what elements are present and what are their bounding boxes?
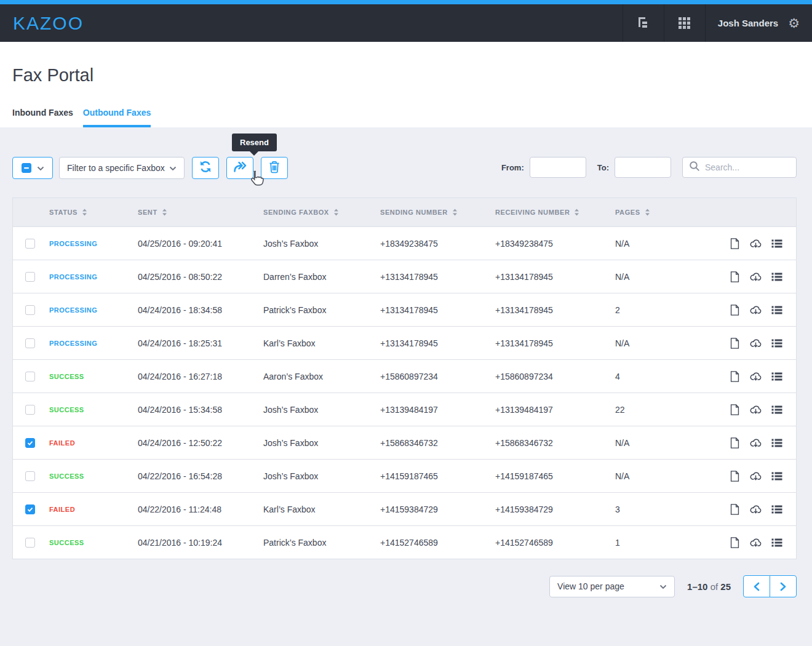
download-icon[interactable] xyxy=(749,337,762,349)
view-fax-icon[interactable] xyxy=(730,271,740,283)
row-checkbox[interactable] xyxy=(25,272,35,282)
view-fax-icon[interactable] xyxy=(730,536,740,549)
receiving-number: +14152746589 xyxy=(495,538,615,548)
details-list-icon[interactable] xyxy=(771,438,782,448)
faxbox-filter-dropdown[interactable]: Filter to a specific Faxbox xyxy=(59,157,185,179)
tab-inbound-faxes[interactable]: Inbound Faxes xyxy=(12,108,73,127)
pages-count: 4 xyxy=(615,372,728,381)
sent-timestamp: 04/24/2016 - 15:34:58 xyxy=(138,405,263,415)
download-icon[interactable] xyxy=(749,271,762,282)
column-header-sending-faxbox[interactable]: SENDING FAXBOX xyxy=(263,209,380,216)
page-title: Fax Portal xyxy=(12,65,800,86)
per-page-dropdown[interactable]: View 10 per page xyxy=(549,576,675,597)
view-fax-icon[interactable] xyxy=(730,470,740,482)
sending-number: +14152746589 xyxy=(380,538,495,548)
tab-outbound-faxes[interactable]: Outbound Faxes xyxy=(83,108,151,127)
select-all-dropdown[interactable] xyxy=(12,157,53,179)
hierarchy-icon xyxy=(637,16,650,31)
download-icon[interactable] xyxy=(749,536,762,548)
sending-faxbox: Karl’s Faxbox xyxy=(263,338,380,348)
pages-count: 2 xyxy=(615,305,728,315)
row-checkbox[interactable] xyxy=(25,438,35,448)
details-list-icon[interactable] xyxy=(771,405,782,415)
table-row: PROCESSING 04/24/2016 - 18:34:58 Patrick… xyxy=(13,293,796,326)
refresh-button[interactable] xyxy=(192,157,219,179)
view-fax-icon[interactable] xyxy=(730,237,740,250)
download-icon[interactable] xyxy=(749,304,762,316)
download-icon[interactable] xyxy=(749,470,762,482)
view-fax-icon[interactable] xyxy=(730,404,740,416)
download-icon[interactable] xyxy=(749,404,762,415)
select-all-checkbox[interactable] xyxy=(22,163,31,173)
details-list-icon[interactable] xyxy=(771,471,782,481)
content-area: Resend Filter to a specific Faxbox xyxy=(0,127,812,622)
receiving-number: +13139484197 xyxy=(495,405,615,415)
view-fax-icon[interactable] xyxy=(730,437,740,449)
download-icon[interactable] xyxy=(749,503,762,515)
chevron-left-icon xyxy=(753,582,760,591)
row-checkbox[interactable] xyxy=(25,405,35,415)
view-fax-icon[interactable] xyxy=(730,370,740,383)
row-checkbox[interactable] xyxy=(25,538,35,548)
previous-page-button[interactable] xyxy=(743,575,770,597)
column-header-status[interactable]: STATUS xyxy=(49,209,138,216)
column-header-pages[interactable]: PAGES xyxy=(615,209,728,216)
delete-button[interactable] xyxy=(261,157,288,179)
sending-number: +14159187465 xyxy=(380,471,495,481)
search-input[interactable] xyxy=(705,162,790,172)
from-date-input[interactable] xyxy=(530,157,586,178)
download-icon[interactable] xyxy=(749,437,762,449)
toolbar-left: Filter to a specific Faxbox xyxy=(12,157,288,179)
download-icon[interactable] xyxy=(749,370,762,382)
user-menu[interactable]: Josh Sanders ⚙ xyxy=(705,4,812,42)
table-row: SUCCESS 04/24/2016 - 15:34:58 Josh’s Fax… xyxy=(13,393,796,426)
view-fax-icon[interactable] xyxy=(730,337,740,349)
receiving-number: +15868346732 xyxy=(495,438,615,448)
gear-icon[interactable]: ⚙ xyxy=(788,17,800,30)
sending-number: +13134178945 xyxy=(380,305,495,315)
pagination-controls xyxy=(743,575,797,597)
details-list-icon[interactable] xyxy=(771,538,782,548)
refresh-icon xyxy=(199,160,212,176)
row-checkbox[interactable] xyxy=(25,372,35,381)
details-list-icon[interactable] xyxy=(771,239,782,249)
sent-timestamp: 04/24/2016 - 18:25:31 xyxy=(138,338,263,348)
status-badge: PROCESSING xyxy=(49,273,138,281)
status-badge: PROCESSING xyxy=(49,240,138,247)
to-date-input[interactable] xyxy=(615,157,671,178)
cursor-pointer xyxy=(248,170,264,190)
column-header-receiving-number[interactable]: RECEIVING NUMBER xyxy=(495,209,615,216)
search-box[interactable] xyxy=(682,157,797,178)
sending-number: +15868346732 xyxy=(380,438,495,448)
details-list-icon[interactable] xyxy=(771,272,782,282)
apps-nav-button[interactable] xyxy=(664,4,705,42)
pages-count: N/A xyxy=(615,438,728,448)
pagination-bar: View 10 per page 1–10 of 25 xyxy=(12,575,797,622)
details-list-icon[interactable] xyxy=(771,305,782,315)
row-checkbox[interactable] xyxy=(25,471,35,481)
receiving-number: +13134178945 xyxy=(495,305,615,315)
row-checkbox[interactable] xyxy=(25,338,35,348)
pages-count: N/A xyxy=(615,239,728,249)
column-header-sent[interactable]: SENT xyxy=(138,209,263,216)
table-row: FAILED 04/22/2016 - 11:24:48 Karl’s Faxb… xyxy=(13,492,796,525)
sort-icon xyxy=(574,209,579,216)
resend-icon xyxy=(233,161,247,175)
details-list-icon[interactable] xyxy=(771,504,782,514)
navbar: KAZOO Josh Sanders ⚙ xyxy=(0,4,812,42)
chevron-down-icon xyxy=(169,163,177,173)
fax-table: STATUS SENT SENDING FAXBOX SENDING NUMBE… xyxy=(12,197,797,559)
view-fax-icon[interactable] xyxy=(730,304,740,316)
download-icon[interactable] xyxy=(749,237,762,249)
column-header-sending-number[interactable]: SENDING NUMBER xyxy=(380,209,495,216)
details-list-icon[interactable] xyxy=(771,338,782,348)
table-row: FAILED 04/24/2016 - 12:50:22 Josh’s Faxb… xyxy=(13,426,796,459)
details-list-icon[interactable] xyxy=(771,372,782,381)
apps-grid-icon xyxy=(679,17,690,29)
row-checkbox[interactable] xyxy=(25,504,35,514)
hierarchy-nav-button[interactable] xyxy=(623,4,664,42)
row-checkbox[interactable] xyxy=(25,305,35,315)
next-page-button[interactable] xyxy=(770,575,797,597)
view-fax-icon[interactable] xyxy=(730,503,740,516)
row-checkbox[interactable] xyxy=(25,239,35,249)
